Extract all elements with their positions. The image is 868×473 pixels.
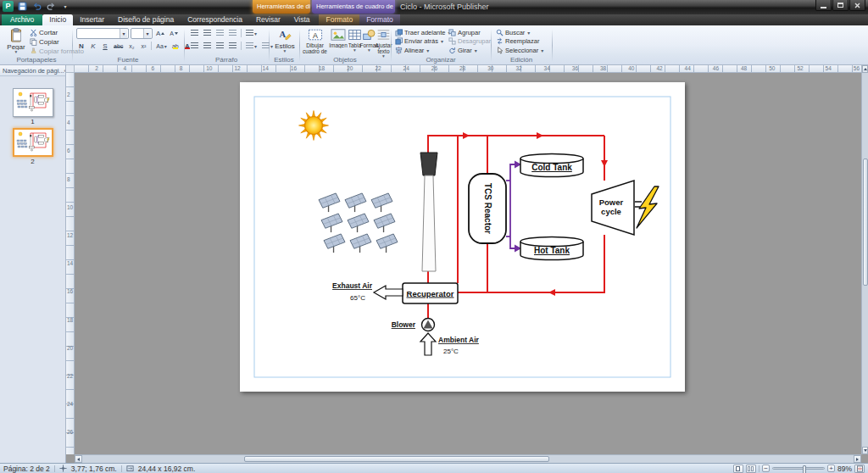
heliostat[interactable] — [321, 214, 342, 232]
grow-font-button[interactable]: A — [154, 29, 166, 39]
paragraph-marks-button[interactable] — [244, 28, 259, 38]
numbering-button[interactable] — [202, 28, 213, 38]
tab-formato-dibujo[interactable]: Formato — [319, 14, 359, 25]
page-thumbnail-image-2[interactable] — [13, 128, 53, 157]
solar-tower[interactable] — [422, 175, 436, 271]
cut-button[interactable]: Cortar — [30, 29, 58, 36]
styles-button[interactable]: A Estilos — [272, 27, 298, 53]
exhaust-air-arrow[interactable] — [374, 286, 403, 299]
change-case-button[interactable]: Aa — [154, 41, 169, 51]
increase-indent-button[interactable] — [227, 28, 238, 38]
cold-tank[interactable]: Cold Tank — [520, 154, 583, 177]
tab-inicio[interactable]: Inicio — [42, 14, 73, 25]
heliostat[interactable] — [324, 234, 345, 253]
send-backward-button[interactable]: Enviar atrás — [394, 37, 452, 47]
undo-button[interactable] — [31, 1, 42, 12]
zoom-out-button[interactable]: − — [762, 465, 770, 472]
close-button[interactable] — [849, 0, 865, 11]
bold-button[interactable]: N — [76, 41, 86, 51]
align-right-button[interactable] — [214, 41, 225, 51]
heliostat[interactable] — [374, 214, 395, 232]
zoom-slider[interactable] — [772, 467, 825, 470]
tab-revisar[interactable]: Revisar — [249, 14, 287, 25]
vertical-ruler[interactable]: 2468101214161820222426 — [66, 73, 75, 454]
storage-pipe-network[interactable] — [506, 164, 516, 248]
rotate-button[interactable]: Girar — [448, 46, 492, 55]
heliostat[interactable] — [348, 214, 369, 232]
minimize-button[interactable] — [815, 0, 832, 11]
decrease-indent-button[interactable] — [214, 28, 225, 38]
page-thumbnail-image-1[interactable] — [13, 88, 53, 117]
replace-button[interactable]: Reemplazar — [495, 37, 544, 47]
heliostat[interactable] — [345, 193, 366, 212]
ambient-temp-label[interactable]: 25°C — [443, 348, 459, 355]
paste-button[interactable]: Pegar — [4, 27, 28, 53]
publication-page[interactable]: TCS Reactor Cold Tank Hot Tank — [240, 82, 685, 392]
lightning-bolt-icon[interactable] — [637, 186, 659, 228]
tab-archivo[interactable]: Archivo — [2, 14, 42, 25]
page-indicator[interactable]: Página: 2 de 2 — [3, 465, 50, 473]
justify-button[interactable] — [227, 41, 238, 51]
group-objects-button[interactable]: Agrupar — [448, 28, 492, 37]
pipe-tower-to-top[interactable] — [428, 136, 604, 153]
align-left-button[interactable] — [189, 41, 200, 51]
italic-button[interactable]: K — [88, 41, 98, 51]
find-button[interactable]: Buscar — [495, 28, 544, 37]
tab-formato-cuadro-texto[interactable]: Formato — [359, 14, 400, 25]
page-thumbnail-1[interactable]: 1 — [13, 88, 53, 125]
underline-button[interactable]: S — [100, 41, 110, 51]
copy-button[interactable]: Copiar — [30, 38, 59, 46]
object-size[interactable]: 24,44 x 16,92 cm. — [138, 465, 196, 473]
power-cycle[interactable]: Power cycle — [592, 181, 634, 235]
save-button[interactable] — [16, 1, 28, 12]
single-page-view-button[interactable] — [733, 465, 743, 473]
horizontal-ruler[interactable]: 2468101214161820222426283032343638404244… — [75, 65, 861, 73]
tower-receiver[interactable] — [420, 153, 437, 175]
bring-forward-button[interactable]: Traer adelante — [394, 28, 452, 37]
cursor-position[interactable]: 3,77; 1,76 cm. — [71, 465, 117, 473]
heliostat[interactable] — [319, 193, 340, 212]
align-button[interactable]: Alinear — [394, 46, 452, 55]
columns-button[interactable] — [244, 41, 259, 51]
picture-button[interactable]: Imagen — [329, 27, 348, 48]
fit-page-button[interactable] — [854, 465, 865, 473]
font-size-combo[interactable] — [131, 28, 153, 39]
qat-customize-dropdown[interactable] — [59, 1, 71, 12]
page-thumbnail-2[interactable]: 2 — [13, 128, 53, 165]
vertical-scrollbar[interactable] — [861, 65, 868, 454]
tab-insertar[interactable]: Insertar — [73, 14, 111, 25]
horizontal-scrollbar[interactable] — [75, 454, 861, 463]
heliostat[interactable] — [371, 193, 392, 212]
scroll-down-button[interactable] — [862, 447, 868, 454]
canvas-area[interactable]: TCS Reactor Cold Tank Hot Tank — [75, 73, 861, 454]
publisher-app-icon[interactable]: P — [3, 1, 14, 12]
scroll-left-button[interactable] — [75, 455, 82, 463]
zoom-slider-thumb[interactable] — [803, 465, 806, 473]
select-button[interactable]: Seleccionar — [495, 46, 544, 55]
strikethrough-button[interactable]: abc — [112, 41, 125, 51]
blower[interactable] — [422, 319, 435, 331]
exhaust-air-label[interactable]: Exhaust Air — [332, 281, 373, 290]
heliostat[interactable] — [350, 234, 371, 253]
hot-tank[interactable]: Hot Tank — [520, 237, 583, 260]
horizontal-scroll-thumb[interactable] — [244, 456, 549, 462]
draw-text-box-button[interactable]: A Dibujar cuadro de texto — [301, 27, 329, 54]
heliostat[interactable] — [376, 234, 398, 253]
tcs-reactor[interactable]: TCS Reactor — [469, 174, 506, 243]
sun[interactable] — [299, 111, 329, 141]
redo-button[interactable] — [45, 1, 57, 12]
exhaust-temp-label[interactable]: 65°C — [350, 294, 365, 302]
tab-correspondencia[interactable]: Correspondencia — [181, 14, 249, 25]
ungroup-button[interactable]: Desagrupar — [448, 37, 492, 47]
heliostat-field[interactable] — [319, 193, 398, 253]
recuperator[interactable]: Recuperator — [403, 283, 458, 303]
superscript-button[interactable]: x² — [138, 41, 148, 51]
align-center-button[interactable] — [202, 41, 213, 51]
zoom-in-button[interactable]: + — [827, 465, 835, 472]
maximize-button[interactable] — [832, 0, 849, 11]
blower-label[interactable]: Blower — [392, 320, 416, 329]
tab-diseno-de-pagina[interactable]: Diseño de página — [111, 14, 181, 25]
scroll-up-button[interactable] — [862, 65, 868, 73]
tab-vista[interactable]: Vista — [287, 14, 317, 25]
shrink-font-button[interactable]: A — [168, 29, 180, 39]
